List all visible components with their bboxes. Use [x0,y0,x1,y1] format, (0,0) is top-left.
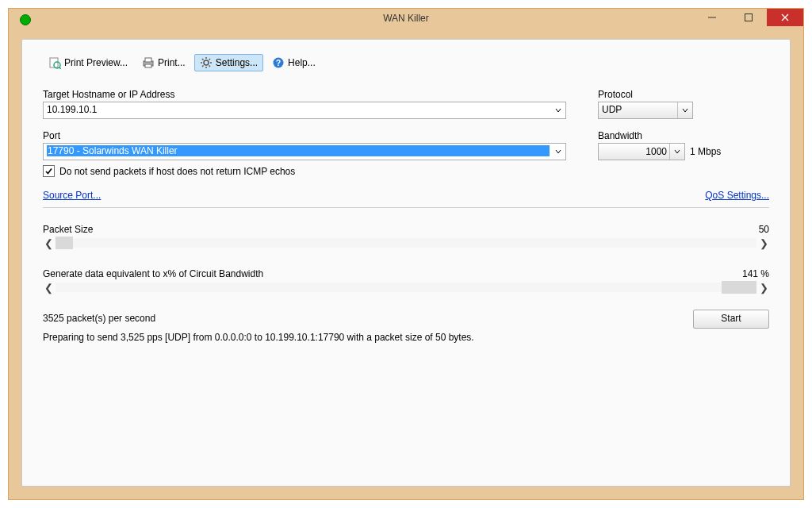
links-row: Source Port... QoS Settings... [43,190,769,201]
slider-left-arrow-icon[interactable]: ❮ [43,237,54,249]
bandwidth-input[interactable] [599,144,670,160]
packet-size-value: 50 [759,224,769,235]
slider-thumb[interactable] [56,237,73,249]
toolbar: Print Preview... Print... Settings... [43,54,769,71]
chevron-down-icon[interactable] [551,144,565,160]
bottom-panel: 3525 packet(s) per second Start Preparin… [43,313,769,343]
printer-icon [142,56,155,69]
packet-size-header: Packet Size 50 [43,224,769,235]
window-controls [694,9,803,26]
svg-line-17 [202,66,204,67]
slider-track[interactable] [56,238,756,248]
svg-rect-1 [745,14,753,21]
print-button[interactable]: Print... [136,54,191,71]
help-label: Help... [288,57,316,68]
svg-rect-8 [145,58,151,62]
chevron-down-icon[interactable] [677,102,692,118]
window-title: WAN Killer [9,13,803,24]
generate-value: 141 % [742,268,769,279]
title-bar: WAN Killer [9,9,803,31]
target-value: 10.199.10.1 [47,104,550,115]
chevron-down-icon[interactable] [551,102,565,118]
icmp-checkbox-row: Do not send packets if host does not ret… [43,165,769,177]
svg-line-15 [202,59,204,60]
svg-point-10 [204,60,209,65]
settings-label: Settings... [216,57,258,68]
print-preview-icon [48,56,61,69]
help-button[interactable]: ? Help... [266,54,321,71]
slider-track[interactable] [56,283,756,292]
generate-label: Generate data equivalent to x% of Circui… [43,268,263,279]
bandwidth-spinner[interactable] [598,143,685,160]
svg-line-18 [209,59,210,60]
bandwidth-label: Bandwidth [598,130,769,141]
qos-settings-link[interactable]: QoS Settings... [705,190,769,201]
start-button[interactable]: Start [693,310,769,329]
app-window: WAN Killer Print Preview... [8,8,804,500]
close-button[interactable] [767,9,803,26]
svg-text:?: ? [276,59,281,67]
protocol-label: Protocol [598,89,769,100]
slider-thumb[interactable] [722,281,756,294]
row-port-bandwidth: Port 17790 - Solarwinds WAN Killer Bandw… [43,130,769,160]
print-label: Print... [158,57,186,68]
slider-left-arrow-icon[interactable]: ❮ [43,281,54,294]
icmp-checkbox-label: Do not send packets if host does not ret… [59,166,295,177]
client-area: Print Preview... Print... Settings... [21,39,791,487]
help-icon: ? [272,56,285,69]
print-preview-label: Print Preview... [64,57,128,68]
svg-line-16 [209,66,210,67]
target-combobox[interactable]: 10.199.10.1 [43,102,566,119]
settings-button[interactable]: Settings... [194,54,263,71]
bandwidth-unit: 1 Mbps [690,146,721,157]
svg-rect-9 [145,64,151,67]
port-label: Port [43,130,566,141]
slider-right-arrow-icon[interactable]: ❯ [758,237,769,249]
port-combobox[interactable]: 17790 - Solarwinds WAN Killer [43,143,566,160]
row-target-protocol: Target Hostname or IP Address 10.199.10.… [43,89,769,119]
svg-line-6 [59,67,62,70]
target-label: Target Hostname or IP Address [43,89,566,100]
chevron-down-icon[interactable] [669,144,684,160]
packet-size-slider[interactable]: ❮ ❯ [43,237,769,251]
generate-header: Generate data equivalent to x% of Circui… [43,268,769,279]
source-port-link[interactable]: Source Port... [43,190,101,201]
slider-right-arrow-icon[interactable]: ❯ [758,281,769,294]
protocol-value: UDP [602,104,676,115]
status-line: Preparing to send 3,525 pps [UDP] from 0… [43,332,769,343]
minimize-button[interactable] [694,9,730,26]
port-value: 17790 - Solarwinds WAN Killer [47,145,550,156]
print-preview-button[interactable]: Print Preview... [43,54,133,71]
gear-icon [200,56,213,69]
packet-size-label: Packet Size [43,224,93,235]
maximize-button[interactable] [730,9,767,26]
separator [43,207,769,208]
icmp-checkbox[interactable] [43,165,55,177]
protocol-combobox[interactable]: UDP [598,102,693,119]
generate-slider[interactable]: ❮ ❯ [43,281,769,295]
pps-readout: 3525 packet(s) per second [43,313,769,324]
